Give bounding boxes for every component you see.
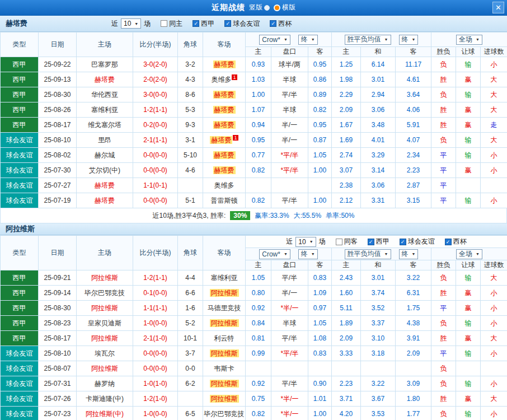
filter-checkbox-西甲[interactable]: ✓西甲 [193,19,214,29]
euro-away-odds: 11.17 [396,57,431,72]
corner-score: 5-2 [178,316,203,331]
asian-home-odds: 0.93 [246,57,271,72]
handicap-result-cell [456,178,481,193]
filter-checkbox-同客[interactable]: 同客 [336,237,358,246]
match-row: 西甲25-08-26塞维利亚1-2(1-1)5-3赫塔费1.07半球0.822.… [1,102,507,118]
league-type: 球会友谊 [1,178,39,193]
bookmaker-select[interactable]: Crow*▼ [259,249,290,259]
dropdown-value: Crow* [262,250,280,258]
europe-avg-select[interactable]: 胜平负均值▼ [345,249,391,259]
dropdown-caret-icon: ▼ [134,22,138,26]
result-cell: 胜 [431,331,456,346]
filter-checkbox-球会友谊[interactable]: ✓球会友谊 [224,19,260,29]
score: 0-0(0-0) [133,148,178,163]
score: 1-0(0-0) [133,316,178,331]
home-team: 巴塞罗那 [77,57,133,72]
corner-score: 5-10 [178,148,203,163]
corner-score: 4-3 [178,72,203,87]
asian-home-odds: 0.94 [246,118,271,133]
focal-team-name: 阿拉维斯 [210,319,239,327]
away-team: 奥维多1 [203,72,246,87]
europe-final-select[interactable]: 终▼ [399,249,419,259]
checkbox-icon: ✓ [224,20,231,27]
asian-handicap: 半球 [271,102,308,118]
scope-header: 全场▼ [431,248,507,260]
europe-final-select[interactable]: 终▼ [399,35,419,45]
filter-checkbox-球会友谊[interactable]: ✓球会友谊 [400,237,435,246]
handicap-result-cell: 赢 [456,163,481,178]
sub-header-客: 客 [396,260,431,270]
europe-avg-select[interactable]: 胜平负均值▼ [345,35,391,45]
focal-team-name: 赫塔费 [210,136,232,144]
euro-home-odds [332,361,361,376]
result-cell: 负 [431,87,456,102]
dropdown-caret-icon: ▼ [412,38,416,41]
focal-team-name: 阿拉维斯 [210,395,239,403]
away-team: 奥维多 [203,178,246,193]
goals-result-cell: 大 [481,102,507,118]
filter-checkbox-同主[interactable]: 同主 [161,19,182,29]
sub-header-进球数: 进球数 [481,47,507,57]
match-date: 25-08-10 [39,133,77,148]
recent-count-select[interactable]: 10▼ [295,237,316,247]
home-team: 埃瓦尔 [77,346,133,361]
sub-header-主: 主 [332,260,361,270]
league-type: 球会友谊 [1,193,39,208]
handicap-result-cell: 输 [456,407,481,420]
summary-text: 近10场,胜3平4负3, 胜率: [153,211,226,221]
home-team: 维戈塞尔塔 [77,118,133,133]
sub-header-盘口: 盘口 [271,47,308,57]
layout-radio-vertical[interactable]: 竖版 [249,3,270,12]
euro-home-odds: 1.60 [332,286,361,301]
checkbox-icon: ✓ [445,239,452,245]
layout-radio-horizontal[interactable]: 横版 [274,3,295,12]
asian-final-select[interactable]: 终▼ [298,249,318,259]
team-header-bar: 赫塔费近10▼场同主✓西甲✓球会友谊✓西杯 [0,16,507,32]
match-filters: 近10▼场同客✓西甲✓球会友谊✓西杯 [286,237,466,247]
corner-score: 5-3 [178,102,203,118]
column-header-比分(半场): 比分(半场) [133,32,178,57]
asian-away-odds: 0.83 [308,270,332,286]
asian-home-odds [246,361,271,376]
match-date: 25-07-31 [39,376,77,391]
handicap-result-cell: 赢 [456,301,481,316]
dropdown-caret-icon: ▼ [284,252,288,256]
scope-select[interactable]: 全场▼ [456,35,482,45]
sub-header-客: 客 [396,47,431,57]
recent-count-select[interactable]: 10▼ [121,18,141,29]
asian-final-select[interactable]: 终▼ [298,35,318,45]
goals-result-cell: 小 [481,148,507,163]
filter-checkbox-西杯[interactable]: ✓西杯 [445,237,467,246]
scope-select[interactable]: 全场▼ [456,249,482,259]
euro-home-odds: 1.89 [332,316,361,331]
focal-team-name: 阿拉维斯 [91,334,118,342]
handicap-result-cell: 赢 [456,286,481,301]
match-date: 25-09-14 [39,286,77,301]
dropdown-value: 全场 [459,249,472,259]
bookmaker-select[interactable]: Crow*▼ [259,35,290,45]
column-header-主场: 主场 [77,236,133,270]
filter-checkbox-西甲[interactable]: ✓西甲 [368,237,389,246]
corner-score: 3-2 [178,57,203,72]
asian-away-odds: 1.08 [308,331,332,346]
checkbox-label: 西甲 [376,237,389,246]
handicap-result-cell: 输 [456,193,481,208]
euro-home-odds: 1.25 [332,57,361,72]
europe-odds-header: 胜平负均值▼终▼ [332,248,431,260]
column-header-类型: 类型 [1,32,39,57]
dropdown-value: 胜平负均值 [348,249,381,259]
close-button[interactable]: ✕ [492,2,504,13]
sub-header-客: 客 [308,260,332,270]
summary-stat: 赢率:33.3% [255,211,289,221]
match-date: 25-07-26 [39,391,77,407]
column-header-比分(半场): 比分(半场) [133,236,178,270]
filter-checkbox-西杯[interactable]: ✓西杯 [270,19,292,29]
euro-draw-odds: 3.52 [361,301,396,316]
away-team: 塞维利亚 [203,270,246,286]
asian-away-odds: 0.83 [308,346,332,361]
asian-away-odds: 1.05 [308,148,332,163]
dropdown-caret-icon: ▼ [384,38,388,41]
asian-home-odds: 0.95 [246,133,271,148]
result-cell: 平 [431,193,456,208]
away-team: 赫塔费 [203,148,246,163]
